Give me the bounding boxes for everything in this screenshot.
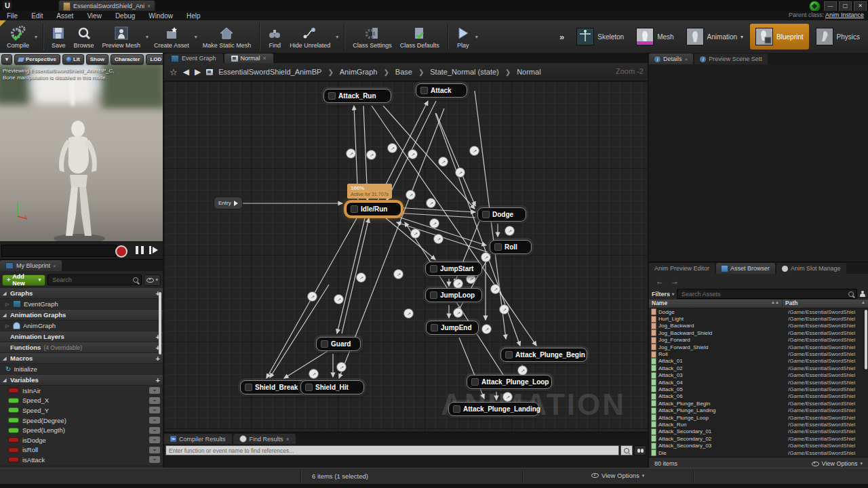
- close-tab-icon[interactable]: ×: [263, 55, 267, 62]
- state-node-dodge[interactable]: Dodge: [477, 207, 526, 222]
- transition-rule-icon[interactable]: →: [433, 234, 443, 244]
- pause-button[interactable]: [136, 246, 144, 254]
- state-node-jumpstart[interactable]: JumpStart: [425, 262, 482, 276]
- menu-help[interactable]: Help: [180, 12, 208, 20]
- menu-file[interactable]: File: [0, 12, 24, 20]
- viewport-character-button[interactable]: Character: [111, 54, 144, 64]
- viewport-lit-button[interactable]: Lit: [62, 54, 84, 64]
- add-icon[interactable]: +: [156, 354, 160, 363]
- asset-row-attack-03[interactable]: Attack_03/Game/EssentialSwordShiel: [649, 372, 868, 379]
- state-node-attack-plunge-loop[interactable]: Attack_Plunge_Loop: [467, 375, 552, 389]
- section-functions[interactable]: Functions(4 Overridable)+: [0, 342, 163, 353]
- step-forward-button[interactable]: [149, 246, 157, 254]
- state-node-attack-plunge-begin[interactable]: Attack_Plunge_Begin: [500, 348, 587, 362]
- crumb-normal[interactable]: Normal: [517, 68, 540, 76]
- chevron-down-icon[interactable]: ▾: [474, 34, 479, 40]
- transition-rule-icon[interactable]: →: [307, 291, 317, 302]
- state-node-idle-run[interactable]: Idle/Run: [346, 202, 401, 216]
- state-node-guard[interactable]: Guard: [316, 337, 361, 351]
- forward-arrow-icon[interactable]: ▶: [195, 67, 201, 77]
- transition-rule-icon[interactable]: →: [490, 284, 500, 294]
- variable-speed-length-[interactable]: Speed(Length)⌄: [0, 425, 163, 435]
- toolbar-make-static-mesh-button[interactable]: Make Static Mesh: [199, 24, 256, 50]
- asset-row-attack-02[interactable]: Attack_02/Game/EssentialSwordShiel: [649, 365, 868, 371]
- variable-isinair[interactable]: IsInAir⌄: [0, 386, 163, 396]
- record-button[interactable]: [115, 245, 127, 258]
- maximize-button[interactable]: ▢: [839, 1, 852, 12]
- eye-closed-toggle[interactable]: ⌄: [149, 456, 160, 463]
- column-path[interactable]: Path▲: [783, 300, 868, 308]
- item-animgraph[interactable]: ▷AnimGraph: [0, 321, 163, 331]
- menu-asset[interactable]: Asset: [50, 12, 80, 20]
- asset-row-jog-forward[interactable]: Jog_Forward/Game/EssentialSwordShiel: [649, 337, 868, 344]
- item-initialize[interactable]: ↻Initialize: [0, 364, 163, 375]
- my-blueprint-scrollbar[interactable]: [159, 292, 161, 354]
- viewport-options-dropdown[interactable]: ▾: [1, 54, 12, 64]
- asset-row-attack-plunge-loop[interactable]: Attack_Plunge_Loop/Game/EssentialSwordSh…: [649, 414, 868, 421]
- crumb-essentialswordshield-animbp[interactable]: EssentialSwordShield_AnimBP: [218, 68, 321, 76]
- tab-details[interactable]: i Details ×: [649, 54, 693, 64]
- entry-node[interactable]: Entry: [214, 197, 243, 209]
- transition-rule-icon[interactable]: →: [410, 228, 420, 239]
- section-macros[interactable]: ◢Macros+: [0, 353, 163, 364]
- visibility-filter-button[interactable]: ▾: [144, 274, 161, 286]
- viewport-perspective-button[interactable]: Perspective: [14, 54, 60, 64]
- chevron-down-icon[interactable]: ▾: [741, 34, 743, 40]
- eye-closed-toggle[interactable]: ⌄: [149, 407, 160, 413]
- toolbar-class-settings-button[interactable]: Class Settings: [349, 24, 396, 50]
- transition-rule-icon[interactable]: →: [455, 167, 465, 178]
- mode-animation-button[interactable]: Animation▾: [681, 24, 749, 49]
- minimize-button[interactable]: —: [824, 1, 837, 12]
- toolbar-overflow-chevron[interactable]: »: [559, 32, 564, 42]
- my-blueprint-search[interactable]: [47, 274, 142, 285]
- toolbar-class-defaults-button[interactable]: Class Defaults: [396, 24, 443, 50]
- state-node-roll[interactable]: Roll: [490, 240, 532, 254]
- transition-rule-icon[interactable]: →: [336, 362, 347, 372]
- toolbar-find-button[interactable]: Find: [264, 24, 285, 50]
- toolbar-compile-button[interactable]: Compile: [3, 24, 33, 50]
- section-graphs[interactable]: ◢Graphs+: [0, 288, 163, 299]
- menu-debug[interactable]: Debug: [108, 12, 142, 20]
- menu-view[interactable]: View: [80, 12, 108, 20]
- view-options-button[interactable]: View Options ▾: [812, 460, 863, 467]
- chevron-down-icon[interactable]: ▾: [144, 34, 150, 40]
- transition-rule-icon[interactable]: →: [346, 148, 356, 159]
- tab-compiler-results[interactable]: ≫ Compiler Results: [164, 434, 232, 444]
- forward-arrow-icon[interactable]: →: [671, 277, 679, 286]
- asset-row-attack-secondary-01[interactable]: Attack_Secondary_01/Game/EssentialSwordS…: [649, 428, 868, 435]
- asset-row-jog-backward[interactable]: Jog_Backward/Game/EssentialSwordShiel: [649, 323, 868, 329]
- menu-edit[interactable]: Edit: [24, 12, 50, 20]
- state-node-jumploop[interactable]: JumpLoop: [425, 288, 482, 302]
- document-tab[interactable]: EssentialSwordShield_Ani ×: [58, 0, 155, 12]
- parent-class-link[interactable]: Anim Instance: [825, 12, 864, 18]
- transition-rule-icon[interactable]: →: [469, 146, 479, 156]
- eye-closed-toggle[interactable]: ⌄: [149, 417, 160, 424]
- mode-physics-button[interactable]: Physics: [810, 24, 865, 49]
- close-button[interactable]: ✕: [854, 1, 867, 12]
- mode-mesh-button[interactable]: Mesh: [631, 24, 679, 49]
- asset-row-attack-05[interactable]: Attack_05/Game/EssentialSwordShiel: [649, 386, 868, 392]
- chevron-down-icon[interactable]: ▾: [193, 34, 199, 40]
- mode-blueprint-button[interactable]: Blueprint: [750, 24, 808, 49]
- tab-preview-scene-settings[interactable]: i Preview Scene Sett: [694, 54, 768, 64]
- my-blueprint-search-input[interactable]: [51, 276, 133, 284]
- variable-speed-y[interactable]: Speed_Y⌄: [0, 405, 163, 415]
- transition-rule-icon[interactable]: →: [481, 324, 492, 334]
- transition-rule-icon[interactable]: →: [309, 369, 319, 379]
- transition-rule-icon[interactable]: →: [481, 252, 491, 262]
- transition-rule-icon[interactable]: →: [366, 150, 376, 160]
- asset-row-attack-04[interactable]: Attack_04/Game/EssentialSwordShiel: [649, 379, 868, 386]
- asset-row-attack-run[interactable]: Attack_Run/Game/EssentialSwordShiel: [649, 421, 868, 428]
- search-icon[interactable]: [620, 445, 633, 455]
- tab-anim-preview-editor[interactable]: Anim Preview Editor: [649, 263, 715, 274]
- eye-closed-toggle[interactable]: ⌄: [149, 387, 160, 394]
- variable-isroll[interactable]: isRoll⌄: [0, 445, 163, 455]
- close-tab-icon[interactable]: ×: [53, 263, 56, 269]
- transition-rule-icon[interactable]: →: [408, 149, 418, 159]
- asset-row-attack-plunge-begin[interactable]: Attack_Plunge_Begin/Game/EssentialSwordS…: [649, 400, 868, 407]
- transition-rule-icon[interactable]: →: [393, 269, 403, 279]
- transition-rule-icon[interactable]: →: [502, 392, 513, 402]
- tab-event-graph[interactable]: Event Graph: [164, 54, 223, 63]
- view-options-button[interactable]: View Options ▾: [591, 472, 644, 479]
- variable-speed-degree-[interactable]: Speed(Degree)⌄: [0, 415, 163, 426]
